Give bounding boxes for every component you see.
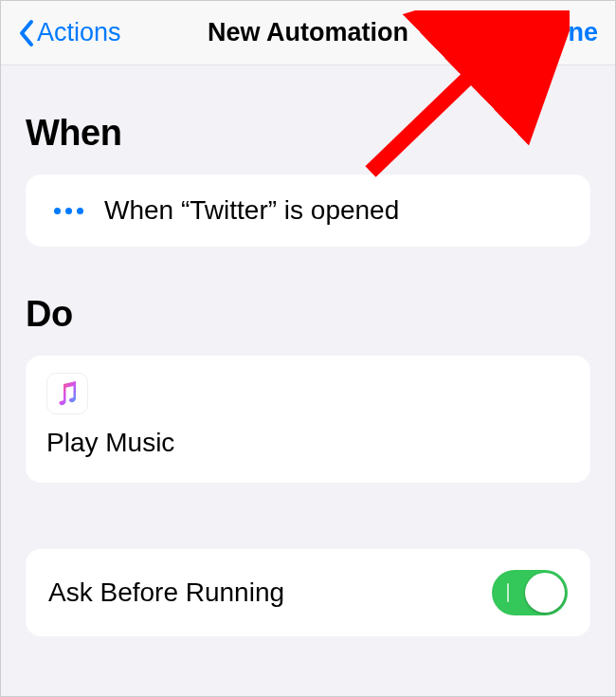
when-condition-row: When “Twitter” is opened — [48, 195, 568, 226]
back-button[interactable]: Actions — [18, 18, 121, 47]
when-section-header: When — [26, 113, 590, 154]
content-area: When When “Twitter” is opened Do — [1, 113, 615, 636]
do-action-card[interactable]: Play Music — [26, 356, 590, 483]
done-button[interactable]: Done — [534, 18, 599, 47]
ellipsis-icon — [54, 208, 83, 214]
music-app-icon — [46, 373, 88, 414]
ask-before-running-label: Ask Before Running — [48, 578, 284, 608]
action-title: Play Music — [46, 428, 570, 458]
chevron-left-icon — [18, 19, 35, 47]
back-label: Actions — [37, 18, 121, 47]
navigation-bar: Actions New Automation Done — [1, 1, 615, 65]
ask-before-running-toggle[interactable] — [492, 570, 568, 615]
when-condition-card[interactable]: When “Twitter” is opened — [26, 174, 590, 247]
when-condition-text: When “Twitter” is opened — [104, 195, 399, 226]
ask-before-running-row: Ask Before Running — [26, 549, 590, 636]
do-section-header: Do — [26, 294, 590, 335]
settings-screen: Actions New Automation Done When When “T… — [1, 1, 615, 696]
